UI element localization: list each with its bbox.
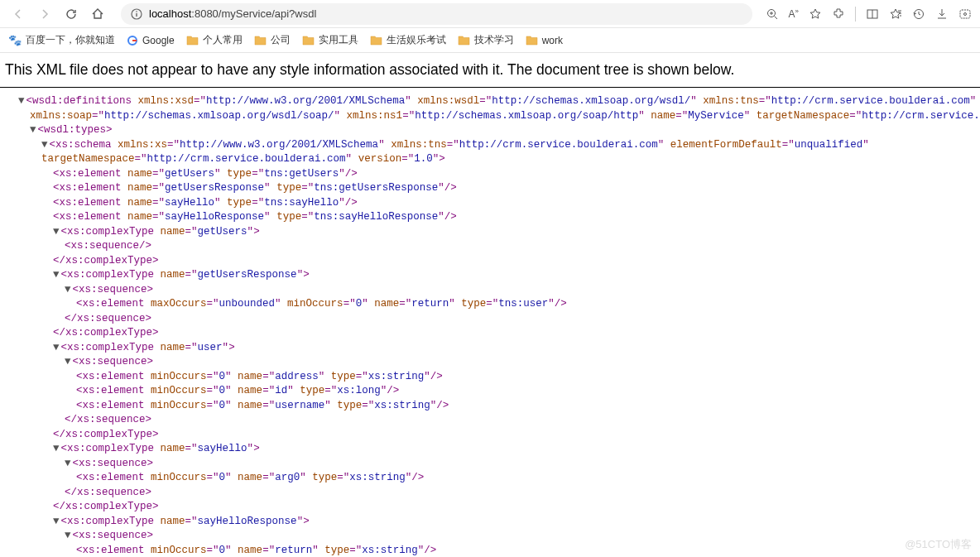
refresh-button[interactable] [61,4,81,24]
google-icon [127,35,138,46]
xml-line: <xs:element minOccurs="0" name="address"… [7,370,973,385]
xml-line: <xs:element name="getUsersResponse" type… [7,181,973,196]
xml-line: <xs:element name="sayHelloResponse" type… [7,210,973,225]
home-button[interactable] [88,4,108,24]
expand-toggle[interactable]: ▼ [65,284,71,295]
xml-line: xmlns:soap="http://schemas.xmlsoap.org/w… [7,109,973,124]
svg-rect-13 [960,10,970,18]
xml-line: </xs:complexType> [7,500,973,515]
zoom-icon[interactable] [766,7,779,21]
expand-toggle[interactable]: ▼ [30,124,36,136]
svg-point-2 [136,11,137,12]
expand-toggle[interactable]: ▼ [53,226,60,238]
xml-line: </xs:sequence> [7,312,973,327]
folder-icon [370,35,382,46]
history-icon[interactable] [912,7,925,21]
forward-button[interactable] [35,4,55,24]
bookmark-label: Google [142,35,175,46]
xml-tree: ▼<wsdl:definitions xmlns:xsd="http://www… [0,88,980,557]
xml-line: ▼<xs:complexType name="getUsers"> [7,225,973,240]
xml-line: </xs:complexType> [7,428,973,443]
browser-toolbar: localhost:8080/myService/api?wsdl A» [0,0,980,28]
folder-icon [458,35,470,46]
expand-toggle[interactable]: ▼ [53,269,60,281]
bookmark-item[interactable]: 公司 [254,33,291,47]
xml-line: <xs:element maxOccurs="unbounded" minOcc… [7,297,973,312]
svg-line-4 [774,16,777,19]
bookmark-label: 技术学习 [474,33,514,47]
baidu-icon: 🐾 [8,34,22,46]
xml-notice: This XML file does not appear to have an… [0,53,980,88]
toolbar-divider [855,7,856,22]
expand-toggle[interactable]: ▼ [53,443,60,454]
xml-line: <xs:element minOccurs="0" name="id" type… [7,384,973,399]
toolbar-right-icons: A» [766,7,972,22]
read-aloud-icon[interactable]: A» [789,7,799,20]
expand-toggle[interactable]: ▼ [65,458,71,469]
xml-line: ▼<xs:sequence> [7,529,973,544]
split-screen-icon[interactable] [866,7,879,21]
site-info-icon[interactable] [131,8,142,20]
xml-line: ▼<xs:schema xmlns:xs="http://www.w3.org/… [7,138,973,153]
folder-icon [186,35,199,46]
xml-line: ▼<xs:sequence> [7,355,973,370]
xml-line: ▼<xs:complexType name="sayHello"> [7,442,973,457]
xml-line: <xs:element minOccurs="0" name="username… [7,399,973,414]
bookmark-item[interactable]: 🐾百度一下，你就知道 [8,33,115,47]
bookmark-item[interactable]: 技术学习 [458,33,514,47]
bookmark-label: 实用工具 [319,33,358,47]
back-button[interactable] [8,4,28,24]
expand-toggle[interactable]: ▼ [41,139,48,151]
watermark: @51CTO博客 [905,537,972,552]
bookmark-label: work [542,35,563,46]
downloads-icon[interactable] [935,7,949,21]
xml-line: targetNamespace="http://crm.service.boul… [7,152,973,167]
xml-line: <xs:sequence/> [7,239,973,254]
favorite-icon[interactable] [809,7,822,21]
bookmark-label: 公司 [271,33,291,47]
extensions-icon[interactable] [832,7,845,21]
xml-line: </xs:complexType> [7,254,973,269]
bookmark-label: 个人常用 [203,33,243,47]
bookmark-label: 百度一下，你就知道 [26,33,115,47]
xml-line: ▼<xs:sequence> [7,457,973,472]
folder-icon [302,35,315,46]
xml-line: ▼<xs:sequence> [7,283,973,298]
xml-line: ▼<xs:complexType name="user"> [7,341,973,356]
xml-line: ▼<xs:complexType name="sayHelloResponse"… [7,515,973,530]
xml-line: <xs:element name="getUsers" type="tns:ge… [7,167,973,182]
xml-line: ▼<wsdl:types> [7,123,973,138]
expand-toggle[interactable]: ▼ [53,516,60,527]
xml-line: </xs:sequence> [7,413,973,428]
xml-line: </xs:sequence> [7,486,973,501]
xml-line: ▼<xs:complexType name="getUsersResponse"… [7,268,973,283]
svg-point-14 [964,12,967,15]
bookmark-item[interactable]: work [526,35,563,46]
xml-line: <xs:element minOccurs="0" name="arg0" ty… [7,471,973,486]
xml-line: <xs:element minOccurs="0" name="return" … [7,544,973,558]
folder-icon [526,35,538,46]
performance-icon[interactable] [958,7,972,21]
bookmark-item[interactable]: Google [127,35,175,46]
expand-toggle[interactable]: ▼ [65,356,71,367]
xml-line: ▼<wsdl:definitions xmlns:xsd="http://www… [7,94,973,109]
bookmarks-bar: 🐾百度一下，你就知道Google个人常用公司实用工具生活娱乐考试技术学习work [0,28,980,53]
expand-toggle[interactable]: ▼ [18,95,25,107]
address-bar[interactable]: localhost:8080/myService/api?wsdl [121,3,752,25]
bookmark-item[interactable]: 个人常用 [186,33,243,47]
folder-icon [254,35,267,46]
url-text: localhost:8080/myService/api?wsdl [149,7,316,20]
expand-toggle[interactable]: ▼ [65,530,71,541]
bookmark-item[interactable]: 生活娱乐考试 [370,33,446,47]
bookmark-label: 生活娱乐考试 [387,33,446,47]
favorites-list-icon[interactable] [889,7,902,21]
bookmark-item[interactable]: 实用工具 [302,33,358,47]
xml-line: </xs:complexType> [7,326,973,341]
xml-line: <xs:element name="sayHello" type="tns:sa… [7,196,973,211]
expand-toggle[interactable]: ▼ [53,342,60,353]
